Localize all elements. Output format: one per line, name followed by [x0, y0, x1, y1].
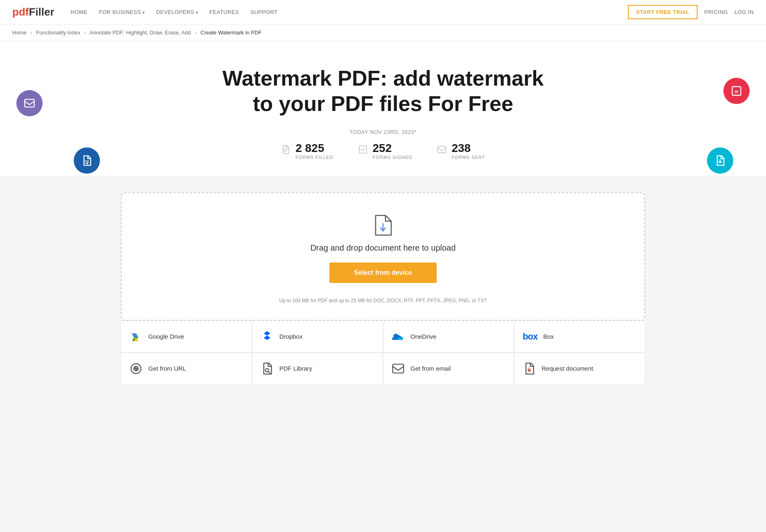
- forms-signed-number: 252: [373, 142, 412, 155]
- svg-rect-13: [393, 364, 404, 373]
- hero-stats: 2 825 FORMS FILLED 252 FORMS SIGNED: [8, 142, 758, 160]
- source-dropbox[interactable]: Dropbox: [252, 321, 383, 353]
- float-circle-document: [74, 147, 100, 174]
- forms-sent-number: 238: [451, 142, 485, 155]
- source-get-from-email[interactable]: Get from email: [383, 353, 514, 385]
- breadcrumb-sep-2: ›: [84, 29, 86, 36]
- pdf-library-icon: [261, 362, 274, 375]
- breadcrumb: Home › Functionality index › Annotate PD…: [0, 25, 766, 41]
- nav-home[interactable]: HOME: [71, 9, 88, 15]
- select-from-device-button[interactable]: Select from device: [329, 263, 436, 283]
- breadcrumb-current: Create Watermark in PDF: [201, 29, 262, 36]
- hero-date: TODAY NOV 23RD, 2023*: [8, 129, 758, 135]
- hero-section: W Watermark PDF: add watermark to your P…: [0, 41, 766, 176]
- box-icon: box: [523, 331, 537, 342]
- stat-forms-sent: 238 FORMS SENT: [437, 142, 485, 160]
- forms-filled-label: FORMS FILLED: [295, 155, 333, 160]
- svg-rect-8: [437, 146, 446, 153]
- forms-signed-label: FORMS SIGNED: [373, 155, 412, 160]
- dropbox-label: Dropbox: [279, 333, 303, 340]
- nav-for-business[interactable]: FOR BUSINESS: [99, 9, 145, 15]
- upload-note: Up to 100 MB for PDF and up to 25 MB for…: [134, 298, 632, 303]
- get-from-email-label: Get from email: [410, 365, 451, 372]
- source-onedrive[interactable]: OneDrive: [383, 321, 514, 353]
- nav-right: START FREE TRIAL PRICING LOG IN: [628, 5, 754, 19]
- breadcrumb-home[interactable]: Home: [12, 29, 27, 36]
- hero-title: Watermark PDF: add watermark to your PDF…: [219, 66, 547, 117]
- breadcrumb-functionality-index[interactable]: Functionality index: [36, 29, 80, 36]
- source-request-document[interactable]: Request document: [514, 353, 645, 385]
- svg-point-14: [528, 369, 530, 371]
- email-icon: [392, 362, 405, 375]
- svg-rect-0: [25, 100, 34, 107]
- nav-links: HOME FOR BUSINESS DEVELOPERS FEATURES SU…: [71, 9, 628, 15]
- upload-section: Drag and drop document here to upload Se…: [0, 176, 766, 401]
- float-circle-email: [16, 90, 43, 116]
- box-label: Box: [543, 333, 554, 340]
- nav-features[interactable]: FEATURES: [209, 9, 239, 15]
- source-pdf-library[interactable]: PDF Library: [252, 353, 383, 385]
- forms-sent-icon: [437, 145, 446, 157]
- main-nav: pdfFiller HOME FOR BUSINESS DEVELOPERS F…: [0, 0, 766, 25]
- google-drive-icon: [129, 330, 143, 343]
- request-document-icon: [523, 362, 536, 375]
- request-document-label: Request document: [542, 365, 593, 372]
- breadcrumb-sep-1: ›: [30, 29, 32, 36]
- login-link[interactable]: LOG IN: [734, 9, 754, 15]
- source-get-from-url[interactable]: Get from URL: [121, 353, 252, 385]
- breadcrumb-sep-3: ›: [195, 29, 197, 36]
- svg-text:W: W: [735, 90, 739, 94]
- google-drive-label: Google Drive: [148, 333, 184, 340]
- upload-dropzone[interactable]: Drag and drop document here to upload Se…: [121, 192, 645, 321]
- float-circle-download: [707, 147, 733, 174]
- url-icon: [129, 362, 143, 375]
- svg-point-12: [265, 369, 269, 372]
- logo-pdf: pdf: [12, 6, 29, 18]
- stat-forms-signed: 252 FORMS SIGNED: [358, 142, 412, 160]
- get-from-url-label: Get from URL: [148, 365, 186, 372]
- forms-sent-label: FORMS SENT: [451, 155, 485, 160]
- nav-developers[interactable]: DEVELOPERS: [156, 9, 198, 15]
- upload-drag-text: Drag and drop document here to upload: [134, 243, 632, 253]
- upload-document-icon: [372, 214, 394, 237]
- nav-support[interactable]: SUPPORT: [250, 9, 277, 15]
- forms-signed-icon: [358, 145, 368, 157]
- sources-grid: Google Drive Dropbox OneDrive box Box: [121, 321, 645, 385]
- forms-filled-icon: [281, 145, 290, 157]
- source-google-drive[interactable]: Google Drive: [121, 321, 252, 353]
- float-circle-watermark: W: [723, 78, 750, 104]
- forms-filled-number: 2 825: [295, 142, 333, 155]
- pricing-link[interactable]: PRICING: [704, 9, 728, 15]
- start-free-trial-button[interactable]: START FREE TRIAL: [628, 5, 698, 19]
- dropbox-icon: [261, 330, 274, 343]
- logo-filler: Filler: [29, 6, 54, 18]
- stat-forms-filled: 2 825 FORMS FILLED: [281, 142, 333, 160]
- source-box[interactable]: box Box: [514, 321, 645, 353]
- onedrive-label: OneDrive: [410, 333, 436, 340]
- pdf-library-label: PDF Library: [279, 365, 312, 372]
- onedrive-icon: [392, 330, 405, 343]
- breadcrumb-annotate-pdf[interactable]: Annotate PDF: Highlight, Draw, Erase, Ad…: [90, 29, 191, 36]
- logo[interactable]: pdfFiller: [12, 6, 54, 18]
